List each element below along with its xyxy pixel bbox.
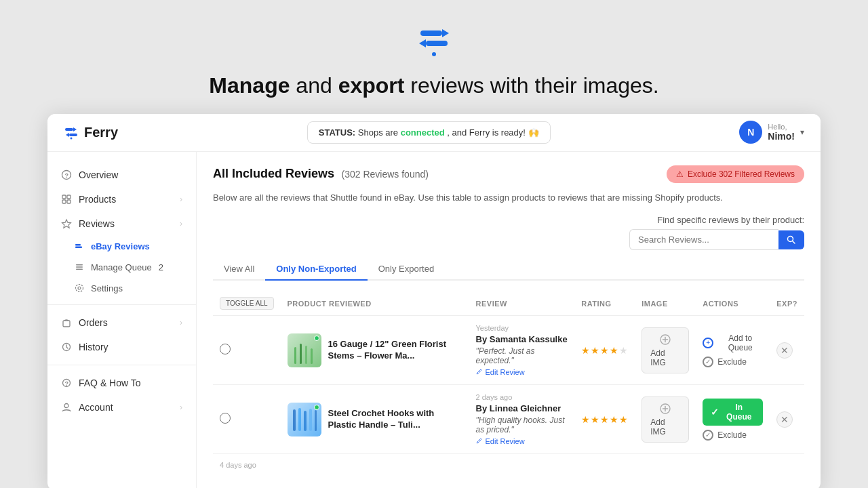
svg-rect-5 [65, 128, 73, 131]
exclude-filtered-button[interactable]: ⚠ Exclude 302 Filtered Reviews [667, 165, 804, 183]
col-rating: RATING [574, 291, 635, 316]
svg-rect-20 [76, 266, 83, 268]
row1-close-button[interactable]: ✕ [776, 342, 793, 359]
row1-checkbox[interactable] [220, 344, 231, 354]
app-logo: Ferry [64, 125, 118, 140]
sidebar-label-faq: FAQ & How To [79, 378, 141, 388]
row1-product-img [288, 333, 321, 367]
bag-icon [61, 317, 72, 328]
sidebar-item-settings[interactable]: Settings [47, 278, 196, 299]
row2-reviewer: By Linnea Gleichner [476, 403, 568, 413]
col-review: REVIEW [469, 291, 575, 316]
edit-icon [476, 369, 483, 375]
row1-rating-cell: ★ ★ ★ ★ ★ [574, 316, 635, 385]
star-icon [61, 218, 72, 229]
svg-marker-3 [419, 39, 426, 47]
app-name: Ferry [84, 125, 118, 140]
table-row: 16 Gauge / 12" Green Florist Stems – Flo… [213, 316, 804, 385]
svg-rect-31 [294, 347, 296, 364]
sidebar-item-ebay-reviews[interactable]: eBay Reviews [61, 236, 196, 257]
search-input[interactable] [629, 229, 778, 250]
grid-icon [61, 194, 72, 205]
row1-edit-review-link[interactable]: Edit Review [476, 368, 568, 376]
row1-exclude-button[interactable]: ✓ Exclude [703, 357, 763, 367]
col-image: IMAGE [635, 291, 696, 316]
add-img-icon-2 [659, 403, 671, 415]
section-count: (302 Reviews found) [342, 169, 429, 180]
toggle-all-button[interactable]: TOGGLE ALL [220, 297, 274, 310]
table-row: Steel Crochet Hooks with Plastic Handle … [213, 385, 804, 454]
svg-marker-16 [62, 220, 71, 228]
svg-rect-32 [300, 344, 302, 364]
sidebar-item-history[interactable]: History [47, 335, 196, 359]
tag-icon [75, 241, 84, 251]
row1-product-name: 16 Gauge / 12" Green Florist Stems – Flo… [328, 339, 462, 362]
tab-only-non-exported[interactable]: Only Non-Exported [265, 258, 367, 281]
row2-product-name: Steel Crochet Hooks with Plastic Handle … [328, 408, 462, 431]
svg-rect-18 [75, 247, 82, 249]
svg-rect-34 [311, 348, 313, 364]
row2-in-queue-button[interactable]: ✓ In Queue [703, 399, 763, 426]
svg-rect-12 [62, 195, 66, 199]
sidebar-item-overview[interactable]: ? Overview [47, 163, 196, 187]
row2-online-dot [314, 405, 319, 410]
svg-point-9 [71, 138, 73, 140]
main-content: All Included Reviews (302 Reviews found)… [197, 152, 821, 488]
chevron-right-icon: › [180, 195, 182, 204]
row1-add-to-queue-button[interactable]: + Add to Queue [703, 333, 763, 352]
user-icon [61, 402, 72, 413]
hero-title: Manage and export reviews with their ima… [14, 72, 854, 100]
row1-add-img-button[interactable]: Add IMG [642, 327, 689, 373]
svg-rect-24 [63, 321, 70, 327]
sidebar-item-orders[interactable]: Orders › [47, 310, 196, 335]
row2-review-text: "High quality hooks. Just as priced." [476, 415, 568, 434]
svg-rect-42 [315, 410, 317, 431]
sidebar-item-reviews[interactable]: Reviews › [47, 211, 196, 236]
user-avatar: N [739, 121, 762, 144]
row2-image-cell: Add IMG [635, 385, 696, 454]
svg-point-23 [76, 285, 83, 292]
row2-close-button[interactable]: ✕ [776, 411, 793, 428]
sidebar-label-products: Products [79, 194, 116, 205]
row2-exclude-button[interactable]: ✓ Exclude [703, 430, 763, 441]
section-title-block: All Included Reviews (302 Reviews found) [213, 167, 429, 181]
row1-review-cell: Yesterday By Samanta Kassulke "Perfect. … [469, 316, 575, 385]
row2-stars: ★ ★ ★ ★ ★ [581, 414, 628, 425]
svg-marker-1 [442, 29, 449, 37]
row2-edit-review-link[interactable]: Edit Review [476, 437, 568, 445]
table-row-partial: 4 days ago [213, 454, 804, 473]
sidebar: ? Overview Products › [47, 152, 197, 488]
sidebar-item-account[interactable]: Account › [47, 395, 196, 420]
tab-only-exported[interactable]: Only Exported [368, 258, 445, 281]
section-title: All Included Reviews [213, 167, 334, 180]
svg-rect-17 [75, 244, 81, 246]
svg-marker-8 [66, 133, 69, 137]
col-product: PRODUCT REVIEWED [281, 291, 469, 316]
sidebar-item-faq[interactable]: ? FAQ & How To [47, 371, 196, 395]
svg-text:?: ? [65, 380, 69, 387]
svg-rect-14 [62, 200, 66, 203]
col-exp: EXP? [770, 291, 804, 316]
svg-rect-19 [76, 264, 83, 266]
svg-point-4 [432, 52, 436, 56]
add-img-icon [659, 333, 671, 346]
svg-rect-15 [67, 200, 71, 203]
status-badge: STATUS: Shops are connected , and Ferry … [307, 121, 551, 144]
row2-add-img-button[interactable]: Add IMG [642, 396, 689, 443]
clock-icon [61, 342, 72, 352]
row2-actions-cell: ✓ In Queue ✓ Exclude [696, 385, 770, 454]
search-button[interactable] [778, 230, 804, 249]
row3-partial-cell: 4 days ago [213, 454, 804, 473]
sidebar-item-products[interactable]: Products › [47, 187, 196, 211]
user-menu[interactable]: N Hello, Nimo! ▾ [739, 121, 804, 144]
app-header: Ferry STATUS: Shops are connected , and … [47, 114, 821, 152]
row1-actions-cell: + Add to Queue ✓ Exclude [696, 316, 770, 385]
reviews-table: TOGGLE ALL PRODUCT REVIEWED REVIEW RATIN… [213, 291, 804, 472]
sidebar-item-manage-queue[interactable]: Manage Queue 2 [61, 257, 196, 278]
warning-icon: ⚠ [676, 169, 684, 179]
tabs: View All Only Non-Exported Only Exported [213, 258, 804, 281]
add-to-queue-icon: + [703, 338, 713, 348]
row2-checkbox[interactable] [220, 413, 231, 424]
tab-view-all[interactable]: View All [213, 258, 265, 281]
chevron-right-icon-reviews: › [180, 219, 182, 228]
